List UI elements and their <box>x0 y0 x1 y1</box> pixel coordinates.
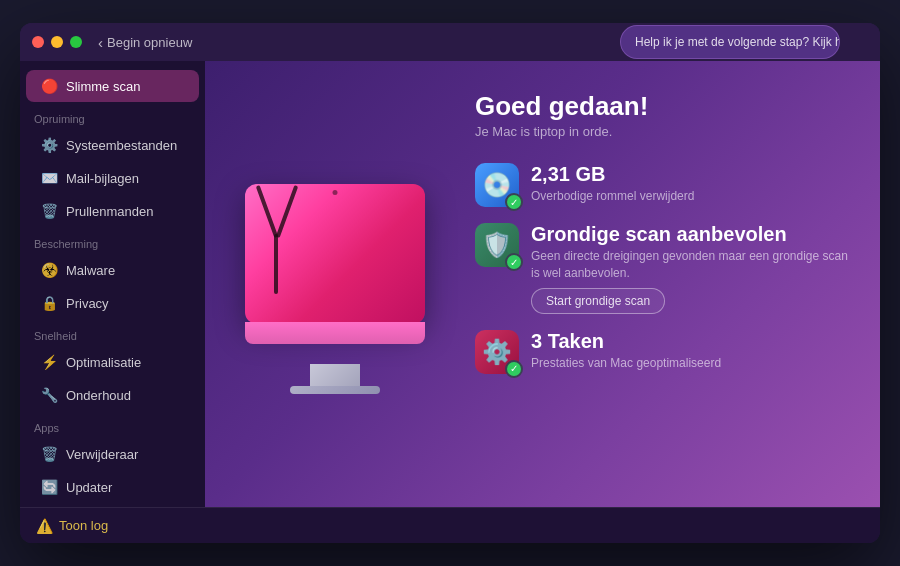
back-chevron-icon: ‹ <box>98 34 103 51</box>
tasks-text: 3 Taken Prestaties van Mac geoptimalisee… <box>531 330 850 372</box>
mail-bijlagen-icon: ✉️ <box>40 169 58 187</box>
slimme-scan-label: Slimme scan <box>66 79 140 94</box>
imac-base <box>290 386 380 394</box>
y-line-left <box>256 185 279 238</box>
results-heading-group: Goed gedaan! Je Mac is tiptop in orde. <box>475 91 850 147</box>
sidebar-item-prullenmanden[interactable]: 🗑️ Prullenmanden <box>26 195 199 227</box>
storage-icon-wrapper: 💿 ✓ <box>475 163 519 207</box>
sidebar-item-onderhoud[interactable]: 🔧 Onderhoud <box>26 379 199 411</box>
result-card-tasks: ⚙️ ✓ 3 Taken Prestaties van Mac geoptima… <box>475 330 850 374</box>
sidebar-item-slimme-scan[interactable]: 🔴 Slimme scan <box>26 70 199 102</box>
onderhoud-icon: 🔧 <box>40 386 58 404</box>
storage-main-row: 2,31 GB <box>531 163 850 186</box>
optimalisatie-label: Optimalisatie <box>66 355 141 370</box>
app-window: ‹ Begin opnieuw Help ik je met de volgen… <box>20 23 880 543</box>
shield-main-row: Grondige scan aanbevolen <box>531 223 850 246</box>
sidebar-item-mail-bijlagen[interactable]: ✉️ Mail-bijlagen <box>26 162 199 194</box>
titlebar: ‹ Begin opnieuw Help ik je met de volgen… <box>20 23 880 61</box>
fullscreen-button[interactable] <box>70 36 82 48</box>
sidebar-item-optimalisatie[interactable]: ⚡ Optimalisatie <box>26 346 199 378</box>
prullenmanden-icon: 🗑️ <box>40 202 58 220</box>
sidebar-item-updater[interactable]: 🔄 Updater <box>26 471 199 503</box>
imac-screen <box>245 184 425 324</box>
sidebar-item-malware[interactable]: ☣️ Malware <box>26 254 199 286</box>
prullenmanden-label: Prullenmanden <box>66 204 153 219</box>
imac-chin <box>245 322 425 344</box>
updater-label: Updater <box>66 480 112 495</box>
back-button[interactable]: ‹ Begin opnieuw <box>98 34 192 51</box>
imac-camera <box>333 190 338 195</box>
close-button[interactable] <box>32 36 44 48</box>
shield-check-badge: ✓ <box>505 253 523 271</box>
tasks-main-row: 3 Taken <box>531 330 850 353</box>
storage-text: 2,31 GB Overbodige rommel verwijderd <box>531 163 850 205</box>
bottom-bar: ⚠️ Toon log <box>20 507 880 543</box>
result-card-storage: 💿 ✓ 2,31 GB Overbodige rommel verwijderd <box>475 163 850 207</box>
verwijderaar-icon: 🗑️ <box>40 445 58 463</box>
log-label: Toon log <box>59 518 108 533</box>
shield-title: Grondige scan aanbevolen <box>531 223 787 246</box>
tasks-title: 3 Taken <box>531 330 604 353</box>
sidebar-item-verwijderaar[interactable]: 🗑️ Verwijderaar <box>26 438 199 470</box>
systeembestanden-label: Systeembestanden <box>66 138 177 153</box>
back-button-label: Begin opnieuw <box>107 35 192 50</box>
traffic-lights <box>32 36 82 48</box>
results-heading: Goed gedaan! <box>475 91 850 122</box>
tasks-check-badge: ✓ <box>505 360 523 378</box>
y-line-bottom <box>274 234 278 294</box>
section-label-bescherming: Bescherming <box>20 228 205 253</box>
sidebar-item-privacy[interactable]: 🔒 Privacy <box>26 287 199 319</box>
storage-check-badge: ✓ <box>505 193 523 211</box>
result-card-shield: 🛡️ ✓ Grondige scan aanbevolen Geen direc… <box>475 223 850 314</box>
help-text: Help ik je met de volgende stap? Kijk hi… <box>635 35 840 49</box>
minimize-button[interactable] <box>51 36 63 48</box>
section-label-opruiming: Opruiming <box>20 103 205 128</box>
sidebar: 🔴 Slimme scan Opruiming ⚙️ Systeembestan… <box>20 61 205 507</box>
tasks-description: Prestaties van Mac geoptimaliseerd <box>531 355 850 372</box>
verwijderaar-label: Verwijderaar <box>66 447 138 462</box>
section-label-snelheid: Snelheid <box>20 320 205 345</box>
y-line-right <box>276 185 299 238</box>
warning-icon: ⚠️ <box>36 518 53 534</box>
slimme-scan-icon: 🔴 <box>40 77 58 95</box>
tasks-icon-wrapper: ⚙️ ✓ <box>475 330 519 374</box>
privacy-label: Privacy <box>66 296 109 311</box>
imac-illustration <box>235 174 435 394</box>
optimalisatie-icon: ⚡ <box>40 353 58 371</box>
storage-title: 2,31 GB <box>531 163 605 186</box>
results-subheading: Je Mac is tiptop in orde. <box>475 124 850 139</box>
results-area: Goed gedaan! Je Mac is tiptop in orde. 💿… <box>465 61 880 507</box>
updater-icon: 🔄 <box>40 478 58 496</box>
main-panel: Goed gedaan! Je Mac is tiptop in orde. 💿… <box>205 61 880 507</box>
shield-description: Geen directe dreigingen gevonden maar ee… <box>531 248 850 282</box>
start-grondige-scan-button[interactable]: Start grondige scan <box>531 288 665 314</box>
section-label-apps: Apps <box>20 412 205 437</box>
sidebar-item-systeembestanden[interactable]: ⚙️ Systeembestanden <box>26 129 199 161</box>
malware-label: Malware <box>66 263 115 278</box>
shield-text: Grondige scan aanbevolen Geen directe dr… <box>531 223 850 314</box>
shield-icon-wrapper: 🛡️ ✓ <box>475 223 519 267</box>
privacy-icon: 🔒 <box>40 294 58 312</box>
storage-description: Overbodige rommel verwijderd <box>531 188 850 205</box>
help-pill[interactable]: Help ik je met de volgende stap? Kijk hi… <box>620 25 840 59</box>
malware-icon: ☣️ <box>40 261 58 279</box>
onderhoud-label: Onderhoud <box>66 388 131 403</box>
toon-log-button[interactable]: ⚠️ Toon log <box>36 518 108 534</box>
mac-illustration-area <box>205 61 465 507</box>
navigation: ‹ Begin opnieuw <box>98 34 192 51</box>
mail-bijlagen-label: Mail-bijlagen <box>66 171 139 186</box>
main-content: 🔴 Slimme scan Opruiming ⚙️ Systeembestan… <box>20 61 880 507</box>
systeembestanden-icon: ⚙️ <box>40 136 58 154</box>
